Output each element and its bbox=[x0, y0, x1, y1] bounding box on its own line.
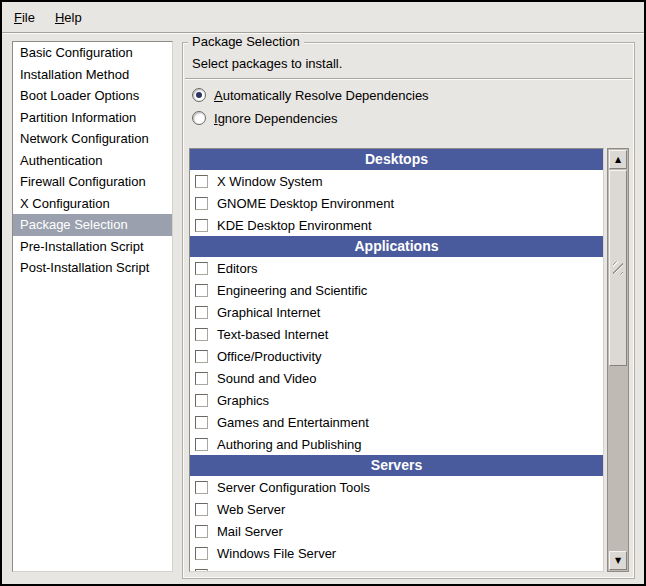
scrollbar-thumb-grip-icon bbox=[613, 262, 623, 275]
package-group-header-servers: Servers bbox=[190, 455, 603, 476]
package-label: Games and Entertainment bbox=[217, 415, 369, 430]
package-row-text-based-internet[interactable]: Text-based Internet bbox=[190, 323, 603, 345]
package-list: DesktopsX Window SystemGNOME Desktop Env… bbox=[189, 148, 604, 572]
package-group-header-desktops: Desktops bbox=[190, 149, 603, 170]
sidebar-item-partition-information[interactable]: Partition Information bbox=[13, 107, 172, 129]
package-row-server-configuration-tools[interactable]: Server Configuration Tools bbox=[190, 476, 603, 498]
radio-label: Ignore Dependencies bbox=[214, 111, 338, 126]
checkbox-icon[interactable] bbox=[195, 175, 208, 188]
menubar: File Help bbox=[2, 2, 644, 33]
checkbox-icon[interactable] bbox=[195, 525, 208, 538]
checkbox-icon[interactable] bbox=[195, 481, 208, 494]
package-list-area: DesktopsX Window SystemGNOME Desktop Env… bbox=[189, 148, 629, 572]
sidebar-item-basic-configuration[interactable]: Basic Configuration bbox=[13, 42, 172, 64]
package-row-kde-desktop-environment[interactable]: KDE Desktop Environment bbox=[190, 214, 603, 236]
sidebar-item-x-configuration[interactable]: X Configuration bbox=[13, 193, 172, 215]
package-label: Graphics bbox=[217, 393, 269, 408]
package-row-sound-and-video[interactable]: Sound and Video bbox=[190, 367, 603, 389]
checkbox-icon[interactable] bbox=[195, 328, 208, 341]
scroll-up-button[interactable]: ▲ bbox=[609, 150, 627, 169]
checkbox-icon[interactable] bbox=[195, 438, 208, 451]
checkbox-icon[interactable] bbox=[195, 372, 208, 385]
vertical-scrollbar[interactable]: ▲ ▼ bbox=[607, 148, 629, 572]
package-row-engineering-and-scientific[interactable]: Engineering and Scientific bbox=[190, 279, 603, 301]
package-label: Engineering and Scientific bbox=[217, 283, 367, 298]
package-row-mail-server[interactable]: Mail Server bbox=[190, 520, 603, 542]
package-row-authoring-and-publishing[interactable]: Authoring and Publishing bbox=[190, 433, 603, 455]
configuration-section-list: Basic ConfigurationInstallation MethodBo… bbox=[12, 41, 173, 572]
radio-option-ignore-dependencies[interactable]: Ignore Dependencies bbox=[192, 109, 634, 127]
instruction-text: Select packages to install. bbox=[192, 56, 634, 71]
menu-help[interactable]: Help bbox=[45, 5, 92, 30]
sidebar-item-installation-method[interactable]: Installation Method bbox=[13, 64, 172, 86]
kickstart-configurator-window: File Help Basic ConfigurationInstallatio… bbox=[0, 0, 646, 586]
package-label: Mail Server bbox=[217, 524, 283, 539]
radio-label: Automatically Resolve Dependencies bbox=[214, 88, 429, 103]
package-row-games-and-entertainment[interactable]: Games and Entertainment bbox=[190, 411, 603, 433]
package-row-web-server[interactable]: Web Server bbox=[190, 498, 603, 520]
frame-title: Package Selection bbox=[188, 34, 304, 50]
checkbox-icon[interactable] bbox=[195, 503, 208, 516]
package-row-windows-file-server[interactable]: Windows File Server bbox=[190, 542, 603, 564]
separator bbox=[185, 78, 632, 80]
package-label: Text-based Internet bbox=[217, 327, 328, 342]
package-row-gnome-desktop-environment[interactable]: GNOME Desktop Environment bbox=[190, 192, 603, 214]
radio-option-automatically-resolve-dependencies[interactable]: Automatically Resolve Dependencies bbox=[192, 86, 634, 104]
package-label: Server Configuration Tools bbox=[217, 480, 370, 495]
checkbox-icon[interactable] bbox=[195, 197, 208, 210]
checkbox-icon[interactable] bbox=[195, 262, 208, 275]
package-row-partial[interactable] bbox=[190, 564, 603, 572]
checkbox-icon[interactable] bbox=[195, 569, 208, 573]
checkbox-icon[interactable] bbox=[195, 416, 208, 429]
package-label: KDE Desktop Environment bbox=[217, 218, 372, 233]
package-group-header-applications: Applications bbox=[190, 236, 603, 257]
checkbox-icon[interactable] bbox=[195, 219, 208, 232]
package-label: Authoring and Publishing bbox=[217, 437, 362, 452]
down-arrow-icon: ▼ bbox=[615, 557, 621, 565]
sidebar-item-authentication[interactable]: Authentication bbox=[13, 150, 172, 172]
checkbox-icon[interactable] bbox=[195, 284, 208, 297]
scrollbar-thumb[interactable] bbox=[609, 170, 627, 366]
sidebar-item-post-installation-script[interactable]: Post-Installation Script bbox=[13, 257, 172, 279]
package-label: Office/Productivity bbox=[217, 349, 322, 364]
checkbox-icon[interactable] bbox=[195, 394, 208, 407]
package-row-graphical-internet[interactable]: Graphical Internet bbox=[190, 301, 603, 323]
sidebar-item-package-selection[interactable]: Package Selection bbox=[13, 214, 172, 236]
sidebar-item-network-configuration[interactable]: Network Configuration bbox=[13, 128, 172, 150]
package-row-editors[interactable]: Editors bbox=[190, 257, 603, 279]
sidebar-item-boot-loader-options[interactable]: Boot Loader Options bbox=[13, 85, 172, 107]
package-row-graphics[interactable]: Graphics bbox=[190, 389, 603, 411]
package-label: X Window System bbox=[217, 174, 322, 189]
package-row-office-productivity[interactable]: Office/Productivity bbox=[190, 345, 603, 367]
checkbox-icon[interactable] bbox=[195, 547, 208, 560]
sidebar-item-pre-installation-script[interactable]: Pre-Installation Script bbox=[13, 236, 172, 258]
package-label: Graphical Internet bbox=[217, 305, 320, 320]
package-label: GNOME Desktop Environment bbox=[217, 196, 394, 211]
up-arrow-icon: ▲ bbox=[615, 156, 621, 164]
checkbox-icon[interactable] bbox=[195, 350, 208, 363]
scroll-down-button[interactable]: ▼ bbox=[609, 551, 627, 570]
sidebar-item-firewall-configuration[interactable]: Firewall Configuration bbox=[13, 171, 172, 193]
package-label: Web Server bbox=[217, 502, 285, 517]
package-row-x-window-system[interactable]: X Window System bbox=[190, 170, 603, 192]
package-selection-frame: Package Selection Select packages to ins… bbox=[182, 42, 635, 579]
radio-button-icon[interactable] bbox=[192, 88, 206, 102]
dependency-options: Automatically Resolve DependenciesIgnore… bbox=[183, 86, 634, 127]
menu-file[interactable]: File bbox=[4, 5, 45, 30]
package-label: Editors bbox=[217, 261, 257, 276]
package-label: Sound and Video bbox=[217, 371, 317, 386]
package-label: Windows File Server bbox=[217, 546, 336, 561]
radio-button-icon[interactable] bbox=[192, 111, 206, 125]
checkbox-icon[interactable] bbox=[195, 306, 208, 319]
